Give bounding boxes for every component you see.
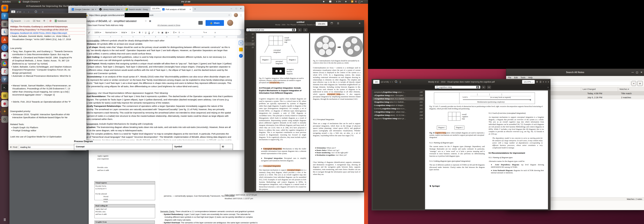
clear-search-icon[interactable]: ⊗ <box>476 86 479 88</box>
insert-link-icon[interactable]: ⧉ <box>158 31 160 34</box>
system-menu-caret-icon[interactable]: ▾ <box>362 0 362 3</box>
search-result-row-selected[interactable]: in Cognitive Integration. 6.1 Definit…15… <box>373 97 424 100</box>
tomboy-titlebar[interactable]: Search All Notes — ▢ ✕ <box>506 69 644 76</box>
dock-firefox-icon[interactable]: F <box>1 5 8 12</box>
new-tab-button[interactable]: + <box>194 7 196 12</box>
process-diagram-section[interactable]: Process Diagram Concept Symbol ID Busine… <box>74 140 239 150</box>
editing-mode-icon[interactable]: ✎ ▾ <box>203 31 206 34</box>
dock-gimp-icon[interactable]: G <box>1 116 8 123</box>
menu-help[interactable]: Help <box>528 76 532 79</box>
tab-library-home[interactable]: ◎ Library Home | Library ✕ <box>98 7 124 12</box>
window-minimize-button[interactable]: ● <box>543 81 544 83</box>
table-row[interactable]: Business LayerGreen Rectangle Outline + … <box>74 149 233 150</box>
evince-menu-icon[interactable]: ☰ <box>337 22 339 25</box>
url-bar[interactable]: 🔒 https://docs.google.com/document/d/ /e… <box>83 13 232 17</box>
search-result-row-selected[interactable]: …13 <box>244 42 255 46</box>
bookmark-star-icon[interactable]: ☆ <box>228 14 230 16</box>
search-result-row[interactable]: complexity Cognitive Integration: i…145 <box>373 90 424 94</box>
note-delete-icon[interactable]: ⊘ <box>48 19 53 23</box>
previous-page-button[interactable]: ‹ <box>390 81 391 83</box>
dock-sticky-notes-icon[interactable]: ▤ <box>1 92 8 99</box>
keep-panel-icon[interactable] <box>239 48 243 51</box>
search-previous-button[interactable]: ∧ <box>297 28 302 32</box>
search-result-row[interactable]: diagrams? Cognitive integration pr…174 <box>373 117 424 120</box>
evince-annotate-icon[interactable]: 🗔 <box>330 22 333 24</box>
window-maximize-button[interactable]: ▢ <box>636 69 638 76</box>
tab-google-calendar[interactable]: 19 Google Calendar - July 2 ✕ <box>70 7 98 12</box>
window-close-button[interactable]: ● <box>548 81 549 83</box>
text-editor-tray-icon[interactable] <box>329 0 331 2</box>
page-view-icon[interactable]: 🗎 <box>536 81 538 83</box>
app-menu[interactable]: Google Chrome ▾ <box>21 0 41 3</box>
app-indicator-icon[interactable]: ✚ <box>345 0 347 3</box>
wifi-icon[interactable]: 📶 <box>351 0 353 2</box>
paragraph-style-select[interactable]: Normal text ▾ <box>105 31 117 34</box>
docs-ruler[interactable]: 1 2 3 4 5 6 7 8 9 10 11 12 13 14 <box>68 36 237 38</box>
tab-close-icon[interactable]: ✕ <box>190 8 191 10</box>
text-color-button[interactable]: A <box>148 31 150 34</box>
window-minimize-button[interactable]: – <box>231 7 232 10</box>
search-result-row[interactable]: …13 <box>244 32 255 36</box>
more-options-icon[interactable]: ⋯ <box>182 31 184 34</box>
document-canvas[interactable]: Perceptual Discriminability: Different s… <box>68 38 237 150</box>
document-title[interactable]: PoN analysis of BiDaML v2 - simplified t… <box>79 19 136 23</box>
star-document-icon[interactable]: ☆ <box>145 19 147 22</box>
evince-zoom-level[interactable]: 108.83% <box>316 22 328 26</box>
font-size-select[interactable]: 11 ▾ <box>131 31 135 34</box>
share-button[interactable]: 🔒Share <box>206 20 224 26</box>
move-to-folder-icon[interactable]: ▣ <box>149 19 151 22</box>
window-maximize-button[interactable]: ● <box>545 81 547 83</box>
menu-edit[interactable]: Edit <box>514 76 518 79</box>
dock-libreoffice-icon[interactable]: L <box>1 28 8 35</box>
search-result-row[interactable]: of Cognitive Integration. Occupies …150 <box>373 94 424 97</box>
note-notebook-button[interactable]: Notebook <box>54 19 68 23</box>
clock[interactable]: Fri 17:00 <box>180 0 192 3</box>
browser-menu-icon[interactable]: ⋮ <box>240 13 242 17</box>
italic-button[interactable]: I <box>142 31 143 34</box>
page-number-input[interactable]: 162 <box>373 80 380 84</box>
window-close-button[interactable]: ✕ <box>240 7 242 10</box>
find-close-icon[interactable]: ✖ <box>10 146 12 149</box>
pdf-menu-icon[interactable]: ☰ <box>540 81 542 83</box>
evince-headerbar[interactable]: untitled Moody - 2009 - The “Physics” of… <box>244 20 364 27</box>
line-spacing-icon[interactable]: ⇕ <box>178 31 180 34</box>
bold-button[interactable]: B <box>139 31 140 34</box>
note-content[interactable]: Hidalgo, Tim Kraska, Guoliang Li, and Ar… <box>10 25 85 139</box>
search-result-row[interactable]: of Cognitive Integration). 12.3.3 Int…16… <box>373 114 424 117</box>
window-close-button[interactable]: ✕ <box>640 69 642 76</box>
collapse-toolbar-icon[interactable]: ∧ <box>214 31 216 34</box>
search-result-row[interactable]: 9 Cognitive Integration 9.1 Definiti…161 <box>373 100 424 104</box>
volume-muted-icon[interactable]: 🔇 <box>355 0 357 2</box>
search-result-row[interactable]: the cognitive integration of diagra…161 <box>373 104 424 107</box>
column-matches[interactable]: Matches ▾ <box>618 87 644 91</box>
dock-help-icon[interactable]: ? <box>1 44 8 51</box>
battery-icon[interactable] <box>358 1 360 3</box>
menu-file[interactable]: File <box>508 76 511 79</box>
column-last-changed[interactable]: Last Changed <box>581 87 618 91</box>
dock-chrome-icon[interactable] <box>1 60 8 67</box>
dock-terminal-icon[interactable]: >_ <box>1 84 8 91</box>
note-text-button[interactable]: abText <box>32 19 42 23</box>
search-result-row[interactable]: 33 Cognitive Integration: when mul…162 <box>373 110 424 114</box>
browser-profile-avatar[interactable] <box>234 13 238 17</box>
note-search-button[interactable]: Search <box>10 19 22 23</box>
search-result-row[interactable]: …13 <box>244 46 255 49</box>
clear-search-icon[interactable]: ⊗ <box>292 29 295 31</box>
dock-quodlibet-icon[interactable]: ◉ <box>1 100 8 107</box>
docs-saved-status[interactable]: All changes saved in Drive <box>158 24 180 26</box>
close-search-icon[interactable]: x <box>548 86 549 88</box>
dock-slack-icon[interactable]: ✱ <box>1 52 8 59</box>
paint-format-icon[interactable]: 🖌 <box>88 31 90 34</box>
clear-search-button[interactable]: ⊗ <box>637 81 643 86</box>
next-page-button[interactable]: › <box>392 81 392 83</box>
align-icon[interactable]: ☰ ▾ <box>173 31 176 34</box>
note-link-button[interactable]: ⤵Link <box>23 19 31 23</box>
slack-tray-icon[interactable]: ✱ <box>323 0 324 3</box>
search-previous-button[interactable]: ∧ <box>482 85 486 89</box>
sidebar-toggle-icon[interactable]: ▯ <box>400 81 401 83</box>
comment-history-icon[interactable] <box>198 21 203 25</box>
temperature-tray-icon[interactable]: 🌡2% <box>336 0 341 2</box>
calendar-panel-icon[interactable]: 31 <box>239 41 243 45</box>
docs-profile-avatar[interactable] <box>227 20 233 26</box>
insert-comment-icon[interactable]: ▣ <box>162 31 163 34</box>
